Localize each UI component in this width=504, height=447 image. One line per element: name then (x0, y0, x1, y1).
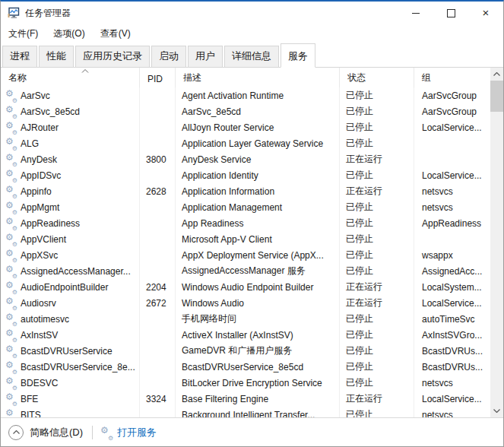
cell-description: Application Management (176, 199, 340, 215)
cell-status: 正在运行 (340, 391, 414, 407)
tab-processes[interactable]: 进程 (2, 46, 37, 67)
column-header-name[interactable]: 名称 (1, 68, 140, 87)
cell-group (414, 135, 490, 151)
cell-group: LocalService... (414, 119, 490, 135)
table-row[interactable]: ⚙⚙ BITS Background Intelligent Transfer.… (1, 407, 490, 417)
cell-description: AnyDesk Service (176, 151, 340, 167)
cell-pid (140, 215, 176, 231)
fewer-details-toggle[interactable]: 简略信息(D) (8, 425, 83, 440)
cell-pid (140, 167, 176, 183)
table-row[interactable]: ⚙⚙ Appinfo 2628 Application Information … (1, 183, 490, 199)
cell-status: 已停止 (340, 231, 414, 247)
table-row[interactable]: ⚙⚙ AppReadiness App Readiness 已停止 AppRea… (1, 215, 490, 231)
cell-pid (140, 375, 176, 391)
cell-status: 正在运行 (340, 279, 414, 295)
cell-name: ⚙⚙ BITS (1, 407, 140, 417)
open-services-link[interactable]: ⚙⚙ 打开服务 (100, 426, 157, 439)
table-row[interactable]: ⚙⚙ AssignedAccessManager... AssignedAcce… (1, 263, 490, 279)
cell-status: 已停止 (340, 215, 414, 231)
cell-name: ⚙⚙ AppReadiness (1, 215, 140, 231)
cell-pid (140, 327, 176, 343)
scrollbar-up-button[interactable] (490, 68, 503, 81)
cell-name: ⚙⚙ BDESVC (1, 375, 140, 391)
table-row[interactable]: ⚙⚙ ALG Application Layer Gateway Service… (1, 135, 490, 151)
column-header-pid[interactable]: PID (140, 68, 176, 87)
menu-bar: 文件(F) 选项(O) 查看(V) (1, 24, 503, 43)
tab-performance[interactable]: 性能 (39, 46, 74, 67)
vertical-scrollbar[interactable] (490, 68, 503, 417)
cell-name: ⚙⚙ AppVClient (1, 231, 140, 247)
cell-pid: 3800 (140, 151, 176, 167)
close-icon: × (483, 7, 490, 18)
column-header-description[interactable]: 描述 (176, 68, 340, 87)
cell-name: ⚙⚙ AppXSvc (1, 247, 140, 263)
table-row[interactable]: ⚙⚙ BcastDVRUserService_8e... BcastDVRUse… (1, 359, 490, 375)
footer-divider (92, 426, 93, 439)
cell-name: ⚙⚙ AnyDesk (1, 151, 140, 167)
column-header-group[interactable]: 组 (414, 68, 490, 87)
close-button[interactable]: × (468, 2, 503, 24)
service-gear-icon: ⚙⚙ (5, 201, 17, 213)
chevron-up-circle-icon (8, 425, 24, 440)
table-row[interactable]: ⚙⚙ AarSvc_8e5cd AarSvc_8e5cd 已停止 AarSvcG… (1, 103, 490, 119)
cell-group: AssignedAcc... (414, 263, 490, 279)
table-body: ⚙⚙ AarSvc Agent Activation Runtime 已停止 A… (1, 87, 490, 417)
cell-name: ⚙⚙ BFE (1, 391, 140, 407)
cell-pid (140, 103, 176, 119)
service-gear-icon: ⚙⚙ (5, 233, 17, 245)
cell-group: LocalService... (414, 167, 490, 183)
table-row[interactable]: ⚙⚙ AnyDesk 3800 AnyDesk Service 正在运行 (1, 151, 490, 167)
minimize-button[interactable] (398, 2, 433, 24)
cell-group: LocalSystem... (414, 279, 490, 295)
table-row[interactable]: ⚙⚙ BDESVC BitLocker Drive Encryption Ser… (1, 375, 490, 391)
cell-name: ⚙⚙ ALG (1, 135, 140, 151)
cell-description: Microsoft App-V Client (176, 231, 340, 247)
cell-group (414, 151, 490, 167)
tab-startup[interactable]: 启动 (151, 46, 186, 67)
table-row[interactable]: ⚙⚙ AJRouter AllJoyn Router Service 已停止 L… (1, 119, 490, 135)
service-gear-icon: ⚙⚙ (5, 217, 17, 229)
table-row[interactable]: ⚙⚙ AxInstSV ActiveX Installer (AxInstSV)… (1, 327, 490, 343)
menu-options[interactable]: 选项(O) (53, 27, 84, 40)
cell-description: GameDVR 和广播用户服务 (176, 343, 340, 359)
table-row[interactable]: ⚙⚙ AarSvc Agent Activation Runtime 已停止 A… (1, 87, 490, 103)
cell-status: 已停止 (340, 199, 414, 215)
menu-file[interactable]: 文件(F) (8, 27, 38, 40)
tab-users[interactable]: 用户 (188, 46, 223, 67)
cell-description: 手机网络时间 (176, 311, 340, 327)
cell-status: 正在运行 (340, 183, 414, 199)
tab-services[interactable]: 服务 (281, 43, 315, 68)
cell-name: ⚙⚙ AppIDSvc (1, 167, 140, 183)
table-row[interactable]: ⚙⚙ AppMgmt Application Management 已停止 ne… (1, 199, 490, 215)
table-row[interactable]: ⚙⚙ AudioEndpointBuilder 2204 Windows Aud… (1, 279, 490, 295)
menu-view[interactable]: 查看(V) (100, 27, 131, 40)
cell-group: wsappx (414, 247, 490, 263)
cell-status: 已停止 (340, 263, 414, 279)
cell-pid (140, 247, 176, 263)
cell-description: Windows Audio (176, 295, 340, 311)
maximize-button[interactable] (433, 2, 468, 24)
cell-group: netsvcs (414, 199, 490, 215)
service-gear-icon: ⚙⚙ (5, 185, 17, 197)
cell-description: AssignedAccessManager 服务 (176, 263, 340, 279)
cell-status: 已停止 (340, 359, 414, 375)
cell-name: ⚙⚙ AppMgmt (1, 199, 140, 215)
table-row[interactable]: ⚙⚙ BcastDVRUserService GameDVR 和广播用户服务 已… (1, 343, 490, 359)
cell-group: AxInstSVGro... (414, 327, 490, 343)
table-row[interactable]: ⚙⚙ autotimesvc 手机网络时间 已停止 autoTimeSvc (1, 311, 490, 327)
tab-details[interactable]: 详细信息 (224, 46, 279, 67)
column-header-status[interactable]: 状态 (340, 68, 414, 87)
table-row[interactable]: ⚙⚙ AppXSvc AppX Deployment Service (AppX… (1, 247, 490, 263)
table-row[interactable]: ⚙⚙ BFE 3324 Base Filtering Engine 正在运行 L… (1, 391, 490, 407)
cell-pid (140, 263, 176, 279)
table-row[interactable]: ⚙⚙ AppIDSvc Application Identity 已停止 Loc… (1, 167, 490, 183)
scrollbar-thumb[interactable] (490, 81, 503, 112)
title-bar: 任务管理器 × (1, 2, 503, 24)
task-manager-icon (8, 7, 20, 19)
table-row[interactable]: ⚙⚙ Audiosrv 2672 Windows Audio 正在运行 Loca… (1, 295, 490, 311)
cell-status: 正在运行 (340, 295, 414, 311)
tab-app-history[interactable]: 应用历史记录 (75, 46, 150, 67)
cell-pid (140, 87, 176, 103)
scrollbar-down-button[interactable] (490, 404, 503, 417)
table-row[interactable]: ⚙⚙ AppVClient Microsoft App-V Client 已停止 (1, 231, 490, 247)
